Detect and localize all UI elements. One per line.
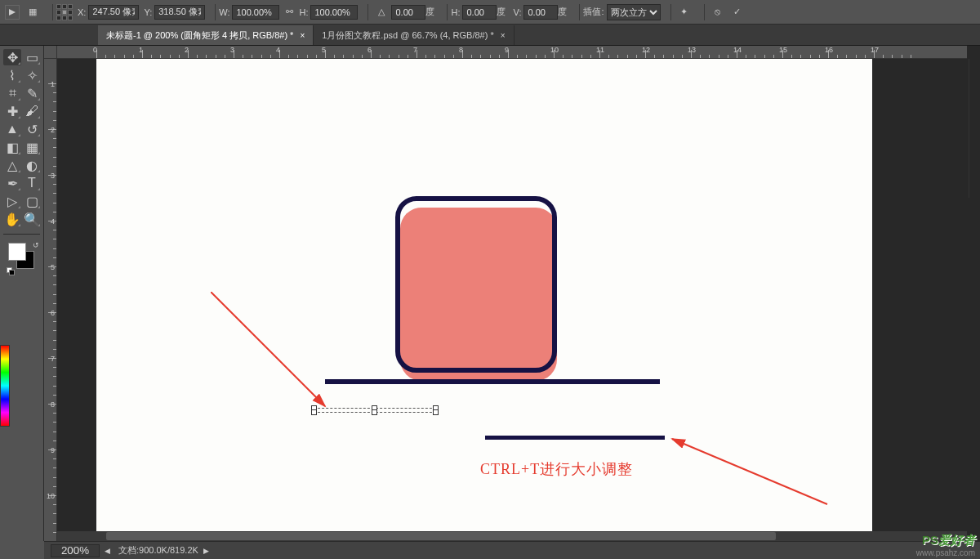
transform-handle[interactable] [433,409,439,415]
marquee-tool[interactable]: ▭ [23,49,41,65]
lasso-tool[interactable]: ⌇ [3,67,21,83]
move-tool[interactable]: ✥ [3,49,21,65]
h-label: H: [299,7,308,17]
color-hue-strip[interactable] [0,345,10,427]
eraser-tool[interactable]: ◧ [3,139,21,155]
status-bar: ◀ 文档:900.0K/819.2K ▶ [44,541,980,559]
ruler-origin[interactable] [44,46,57,59]
transform-tool-icon[interactable] [5,5,20,20]
reference-point-grid[interactable] [56,4,73,20]
skew-v-label: V: [513,7,521,17]
interp-select[interactable]: 两次立方 [607,4,661,20]
right-panel-edge [969,59,980,198]
brush-tool[interactable]: 🖌 [23,103,41,119]
default-colors-icon[interactable] [7,267,15,275]
ruler-horizontal[interactable]: 01234567891011121314151617 [57,46,967,59]
deg-label-3: 度 [558,6,567,18]
tab-inactive-label: 1月份图文教程.psd @ 66.7% (4, RGB/8#) * [322,29,493,42]
type-tool[interactable]: T [23,175,41,191]
toggle-constrain-icon[interactable]: ▦ [24,4,41,20]
clone-stamp-tool[interactable]: ▲ [3,121,21,137]
gradient-tool[interactable]: ▦ [23,139,41,155]
deg-label-2: 度 [497,6,506,18]
swap-colors-icon[interactable]: ↺ [33,241,39,249]
color-swatches[interactable]: ↺ [8,243,41,275]
interp-label: 插值: [583,6,604,18]
path-selection-tool[interactable]: ▷ [3,193,21,209]
zoom-tool[interactable]: 🔍 [23,211,41,227]
chevron-right-icon[interactable]: ▶ [203,547,209,555]
line-lower [485,436,665,440]
foreground-color[interactable] [8,243,26,261]
commit-transform-icon[interactable]: ✓ [729,4,746,20]
rotate-icon: △ [373,4,390,20]
tab-active[interactable]: 未标题-1 @ 200% (圆角矩形 4 拷贝, RGB/8#) * × [98,25,314,45]
annotation-arrow-right [668,435,831,508]
tab-active-label: 未标题-1 @ 200% (圆角矩形 4 拷贝, RGB/8#) * [106,29,293,42]
document-size-label: 文档:900.0K/819.2K [118,544,198,557]
eyedropper-tool[interactable]: ✎ [23,85,41,101]
angle-input[interactable] [391,5,425,20]
skew-h-label: H: [451,7,460,17]
warp-mode-icon[interactable]: ✦ [676,4,693,20]
watermark: PS爱好者 www.psahz.com [916,533,975,557]
cancel-transform-icon[interactable]: ⦸ [710,4,726,20]
rounded-rect-outline [395,196,557,373]
ruler-vertical[interactable]: 12345678910 [44,59,57,541]
shape-tool[interactable]: ▢ [23,193,41,209]
skew-h-input[interactable] [462,5,497,20]
tools-panel: ✥ ▭ ⌇ ✧ ⌗ ✎ ✚ 🖌 ▲ ↺ ◧ ▦ △ ◐ ✒ T ▷ ▢ ✋ 🔍 … [0,46,44,541]
healing-brush-tool[interactable]: ✚ [3,103,21,119]
zoom-level-input[interactable] [51,544,100,557]
canvas[interactable]: CTRL+T进行大小调整 [96,59,872,541]
w-label: W: [219,7,229,17]
options-bar: ▦ X: Y: W: ⚯ H: △ 度 H: 度 V: 度 插值: 两次立方 [0,0,980,25]
svg-line-0 [211,292,325,406]
canvas-viewport[interactable]: CTRL+T进行大小调整 [57,59,967,541]
deg-label-1: 度 [425,6,434,18]
hand-tool[interactable]: ✋ [3,211,21,227]
x-input[interactable] [88,5,139,20]
horizontal-scrollbar[interactable] [57,531,967,541]
annotation-arrow-left [211,292,341,414]
dodge-tool[interactable]: ◐ [23,157,41,173]
close-icon[interactable]: × [501,31,506,40]
svg-line-1 [672,439,827,504]
line-upper [325,379,660,384]
link-wh-icon[interactable]: ⚯ [281,4,297,20]
annotation-text: CTRL+T进行大小调整 [480,459,633,479]
y-label: Y: [144,7,152,17]
close-icon[interactable]: × [300,31,305,40]
h-input[interactable] [310,5,358,20]
transform-handle[interactable] [372,409,377,415]
tab-inactive[interactable]: 1月份图文教程.psd @ 66.7% (4, RGB/8#) * × [314,25,514,45]
x-label: X: [78,7,86,17]
history-brush-tool[interactable]: ↺ [23,121,41,137]
w-input[interactable] [232,5,279,20]
y-input[interactable] [154,5,205,20]
skew-v-input[interactable] [523,5,558,20]
crop-tool[interactable]: ⌗ [3,85,21,101]
pen-tool[interactable]: ✒ [3,175,21,191]
blur-tool[interactable]: △ [3,157,21,173]
chevron-left-icon[interactable]: ◀ [105,547,110,555]
document-tabs: 未标题-1 @ 200% (圆角矩形 4 拷贝, RGB/8#) * × 1月份… [0,25,980,46]
magic-wand-tool[interactable]: ✧ [23,67,41,83]
